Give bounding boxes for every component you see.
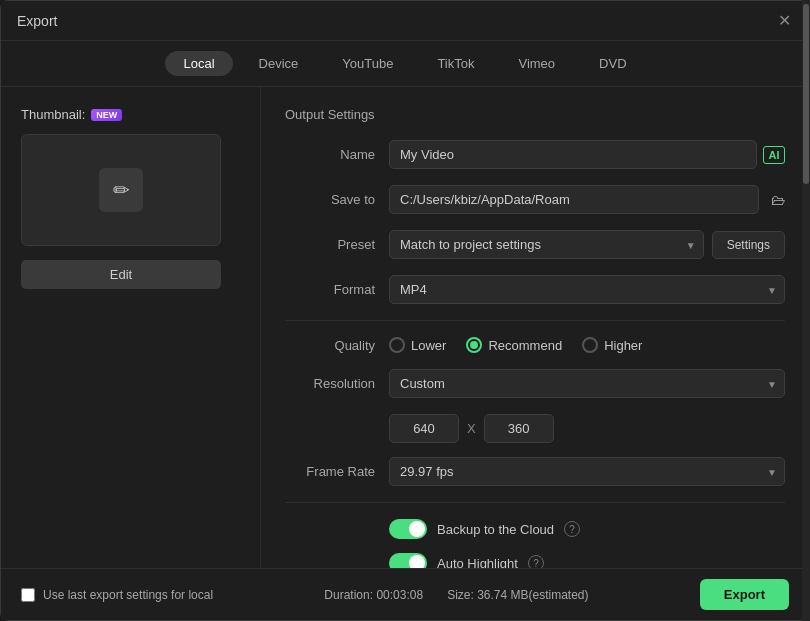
- scrollbar-track[interactable]: [802, 87, 809, 568]
- divider-2: [285, 502, 785, 503]
- radio-higher: [582, 337, 598, 353]
- resolution-label: Resolution: [285, 376, 375, 391]
- edit-thumbnail-button[interactable]: Edit: [21, 260, 221, 289]
- frame-rate-label: Frame Rate: [285, 464, 375, 479]
- quality-higher-label: Higher: [604, 338, 642, 353]
- last-settings-label: Use last export settings for local: [43, 588, 213, 602]
- size-value: 36.74 MB(estimated): [477, 588, 588, 602]
- tab-device[interactable]: Device: [241, 51, 317, 76]
- duration-stat: Duration: 00:03:08: [324, 588, 423, 602]
- tab-bar: Local Device YouTube TikTok Vimeo DVD: [1, 41, 809, 87]
- duration-value: 00:03:08: [376, 588, 423, 602]
- backup-row: Backup to the Cloud ?: [389, 519, 785, 539]
- save-to-input[interactable]: [389, 185, 759, 214]
- output-settings-title: Output Settings: [285, 107, 785, 122]
- title-bar: Export ✕: [1, 1, 809, 41]
- save-to-label: Save to: [285, 192, 375, 207]
- thumbnail-edit-icon: ✏: [99, 168, 143, 212]
- backup-help-icon[interactable]: ?: [564, 521, 580, 537]
- pencil-icon: ✏: [113, 178, 130, 202]
- folder-icon[interactable]: 🗁: [771, 192, 785, 208]
- tab-local[interactable]: Local: [165, 51, 232, 76]
- resolution-select-wrapper: Custom ▼: [389, 369, 785, 398]
- scrollbar-thumb[interactable]: [803, 87, 809, 184]
- main-content: Thumbnail: NEW ✏ Edit Output Settings Na…: [1, 87, 809, 568]
- resolution-row: Resolution Custom ▼: [285, 369, 785, 398]
- preset-row: Preset Match to project settings ▼ Setti…: [285, 230, 785, 259]
- size-label: Size:: [447, 588, 474, 602]
- format-label: Format: [285, 282, 375, 297]
- tab-tiktok[interactable]: TikTok: [419, 51, 492, 76]
- footer-left: Use last export settings for local: [21, 588, 213, 602]
- name-label: Name: [285, 147, 375, 162]
- frame-rate-row: Frame Rate 29.97 fps ▼: [285, 457, 785, 486]
- quality-label: Quality: [285, 338, 375, 353]
- thumbnail-preview: ✏: [21, 134, 221, 246]
- backup-toggle-knob: [409, 521, 425, 537]
- quality-recommend[interactable]: Recommend: [466, 337, 562, 353]
- resolution-inputs: X: [389, 414, 785, 443]
- left-panel: Thumbnail: NEW ✏ Edit: [1, 87, 261, 568]
- name-input[interactable]: [389, 140, 757, 169]
- radio-lower: [389, 337, 405, 353]
- close-button[interactable]: ✕: [775, 12, 793, 30]
- auto-highlight-label: Auto Highlight: [437, 556, 518, 569]
- quality-lower[interactable]: Lower: [389, 337, 446, 353]
- quality-higher[interactable]: Higher: [582, 337, 642, 353]
- footer: Use last export settings for local Durat…: [1, 568, 809, 620]
- height-input[interactable]: [484, 414, 554, 443]
- export-dialog: Export ✕ Local Device YouTube TikTok Vim…: [0, 0, 810, 621]
- format-select[interactable]: MP4: [389, 275, 785, 304]
- footer-center: Duration: 00:03:08 Size: 36.74 MB(estima…: [324, 588, 588, 602]
- format-row: Format MP4 ▼: [285, 275, 785, 304]
- preset-select[interactable]: Match to project settings: [389, 230, 704, 259]
- close-icon: ✕: [778, 11, 791, 30]
- tab-dvd[interactable]: DVD: [581, 51, 644, 76]
- format-select-wrapper: MP4 ▼: [389, 275, 785, 304]
- tab-youtube[interactable]: YouTube: [324, 51, 411, 76]
- tab-vimeo[interactable]: Vimeo: [500, 51, 573, 76]
- x-separator: X: [467, 421, 476, 436]
- preset-label: Preset: [285, 237, 375, 252]
- export-button[interactable]: Export: [700, 579, 789, 610]
- auto-highlight-row: Auto Highlight ?: [389, 553, 785, 568]
- quality-lower-label: Lower: [411, 338, 446, 353]
- thumbnail-label-text: Thumbnail:: [21, 107, 85, 122]
- new-badge: NEW: [91, 109, 122, 121]
- preset-select-wrapper: Match to project settings ▼: [389, 230, 704, 259]
- auto-highlight-help-icon[interactable]: ?: [528, 555, 544, 568]
- duration-label: Duration:: [324, 588, 373, 602]
- settings-button[interactable]: Settings: [712, 231, 785, 259]
- divider-1: [285, 320, 785, 321]
- radio-recommend: [466, 337, 482, 353]
- resolution-select[interactable]: Custom: [389, 369, 785, 398]
- right-panel: Output Settings Name AI Save to 🗁 Pres: [261, 87, 809, 568]
- ai-icon[interactable]: AI: [763, 146, 785, 164]
- dialog-title: Export: [17, 13, 57, 29]
- last-settings-checkbox[interactable]: [21, 588, 35, 602]
- name-input-group: AI: [389, 140, 785, 169]
- backup-toggle[interactable]: [389, 519, 427, 539]
- thumbnail-label-row: Thumbnail: NEW: [21, 107, 122, 122]
- save-to-input-group: 🗁: [389, 185, 785, 214]
- backup-label: Backup to the Cloud: [437, 522, 554, 537]
- quality-row: Quality Lower Recommend Higher: [285, 337, 785, 353]
- width-input[interactable]: [389, 414, 459, 443]
- quality-options: Lower Recommend Higher: [389, 337, 642, 353]
- frame-rate-select[interactable]: 29.97 fps: [389, 457, 785, 486]
- quality-recommend-label: Recommend: [488, 338, 562, 353]
- auto-highlight-toggle[interactable]: [389, 553, 427, 568]
- name-row: Name AI: [285, 140, 785, 169]
- radio-recommend-dot: [470, 341, 478, 349]
- save-to-row: Save to 🗁: [285, 185, 785, 214]
- auto-highlight-toggle-knob: [409, 555, 425, 568]
- frame-rate-select-wrapper: 29.97 fps ▼: [389, 457, 785, 486]
- size-stat: Size: 36.74 MB(estimated): [447, 588, 588, 602]
